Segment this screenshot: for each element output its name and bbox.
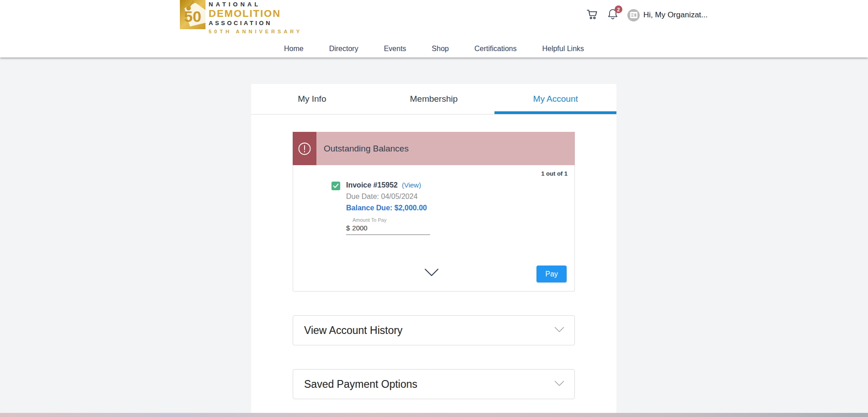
nav-events[interactable]: Events (383, 43, 407, 55)
tab-my-info[interactable]: My Info (251, 84, 373, 114)
nda-logo[interactable]: 50 NATIONAL DEMOLITION ASSOCIATION 50TH … (180, 0, 302, 34)
outstanding-balances-body: 1 out of 1 Invoice #15952 (View) Due Dat… (293, 165, 574, 291)
site-header: 50 NATIONAL DEMOLITION ASSOCIATION 50TH … (0, 0, 868, 57)
invoice-pagination: 1 out of 1 (293, 165, 574, 177)
main-nav: Home Directory Events Shop Certification… (0, 43, 868, 55)
saved-payment-options-accordion[interactable]: Saved Payment Options (293, 369, 575, 399)
organization-avatar[interactable] (627, 9, 640, 21)
amount-to-pay-field-wrapper: $ (346, 224, 430, 235)
tab-my-account[interactable]: My Account (494, 84, 616, 114)
outstanding-balances-card: Outstanding Balances 1 out of 1 Invoice … (293, 132, 575, 292)
invoice-checkbox[interactable] (331, 182, 340, 190)
logo-wordmark: NATIONAL DEMOLITION ASSOCIATION 50TH ANN… (209, 0, 302, 34)
invoice-balance-due: Balance Due: $2,000.00 (346, 204, 430, 212)
nda-50-emblem-icon: 50 (180, 0, 205, 29)
pay-button[interactable]: Pay (537, 266, 567, 282)
currency-prefix: $ (346, 224, 350, 232)
invoice-number: Invoice #15952 (346, 181, 398, 189)
invoice-row: Invoice #15952 (View) Due Date: 04/05/20… (293, 177, 574, 235)
alert-icon (293, 132, 316, 165)
amount-to-pay-label: Amount To Pay (352, 217, 430, 223)
outstanding-balances-banner: Outstanding Balances (293, 132, 575, 165)
invoice-actions-row: Pay (293, 266, 574, 282)
saved-payment-options-label: Saved Payment Options (304, 378, 417, 391)
nav-directory[interactable]: Directory (328, 43, 359, 55)
logo-association: ASSOCIATION (209, 20, 302, 26)
nav-certifications[interactable]: Certifications (473, 43, 517, 55)
header-right-group: 2 Hi, My Organizat... (586, 8, 708, 22)
logo-demolition: DEMOLITION (209, 9, 302, 19)
nav-shop[interactable]: Shop (431, 43, 450, 55)
invoice-info: Invoice #15952 (View) Due Date: 04/05/20… (346, 181, 430, 235)
logo-national: NATIONAL (209, 1, 302, 8)
logo-anniversary: 50TH ANNIVERSARY (209, 29, 302, 34)
account-tabs: My Info Membership My Account (251, 84, 616, 115)
tab-membership[interactable]: Membership (373, 84, 495, 114)
view-account-history-label: View Account History (304, 324, 403, 337)
cart-icon[interactable] (586, 8, 598, 22)
invoice-view-link[interactable]: (View) (402, 181, 421, 189)
outstanding-balances-title: Outstanding Balances (324, 132, 409, 165)
notifications-count-badge: 2 (615, 5, 622, 13)
invoice-due-date: Due Date: 04/05/2024 (346, 193, 430, 201)
footer-top-edge (0, 413, 868, 417)
account-panel: My Info Membership My Account Outstandin… (251, 84, 616, 417)
chevron-down-icon[interactable] (554, 326, 564, 334)
user-greeting[interactable]: Hi, My Organizat... (643, 10, 708, 20)
notifications-bell-icon[interactable]: 2 (607, 8, 618, 22)
nav-helpful-links[interactable]: Helpful Links (541, 43, 585, 55)
expand-invoice-chevron-icon[interactable] (424, 268, 439, 278)
amount-to-pay-input[interactable] (352, 224, 421, 232)
chevron-down-icon[interactable] (554, 380, 564, 388)
view-account-history-accordion[interactable]: View Account History (293, 315, 575, 345)
svg-text:50: 50 (184, 8, 201, 25)
nav-home[interactable]: Home (283, 43, 305, 55)
